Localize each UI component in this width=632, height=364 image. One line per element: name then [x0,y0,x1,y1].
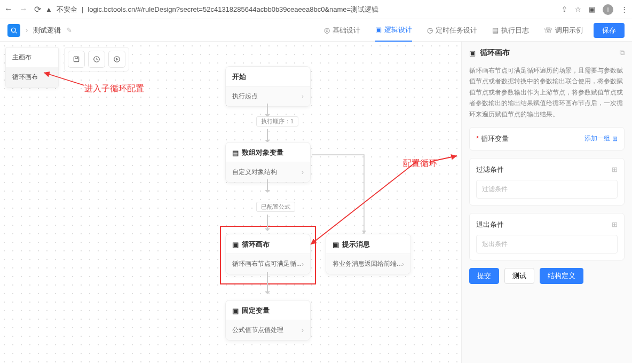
chevron-right-icon: › [302,327,304,334]
expand-icon[interactable]: ⊞ [612,165,618,173]
history-tool-icon[interactable] [88,51,105,68]
tab-logic[interactable]: ▣逻辑设计 [375,19,412,42]
loop-icon: ▣ [232,241,239,249]
edge-branch [311,154,375,239]
browser-bar: ← → ⟳ ▲ 不安全 | logic.bctools.cn/#/ruleDes… [0,0,632,19]
layer-main[interactable]: 主画布 [6,48,58,67]
button-row: 提交 测试 结构定义 [469,268,625,284]
annotation-enter-child: 进入子循环配置 [84,83,144,94]
tab-demo[interactable]: ☏调用示例 [544,19,583,42]
chevron-right-icon: › [302,93,304,100]
exit-input[interactable]: 退出条件 [476,235,618,254]
submit-button[interactable]: 提交 [469,268,499,284]
edit-icon[interactable]: ✎ [66,26,72,34]
main: 主画布 循环画布 开始 执行起点› 执行顺序：1 ▤数组对象变量 自定义对象结构… [0,42,632,363]
node-start[interactable]: 开始 执行起点› [225,66,311,107]
exit-label: 退出条件 [476,220,504,230]
tab-cron[interactable]: ◷定时任务设计 [427,19,477,42]
chevron-right-icon: › [402,260,404,268]
layer-panel: 主画布 循环画布 [5,47,59,88]
node-array[interactable]: ▤数组对象变量 自定义对象结构› [225,142,311,183]
svg-line-6 [430,156,457,162]
forward-button[interactable]: → [19,4,28,14]
message-icon: ▣ [333,241,339,249]
canvas[interactable]: 主画布 循环画布 开始 执行起点› 执行顺序：1 ▤数组对象变量 自定义对象结构… [0,42,461,363]
test-button[interactable]: 测试 [504,268,534,284]
filter-input[interactable]: 过滤条件 [476,180,618,199]
var-icon: ▣ [232,307,239,315]
phone-icon: ☏ [544,26,552,34]
nav-arrows: ← → ⟳ [4,4,41,14]
formula-tag: 已配置公式 [256,202,295,212]
svg-line-5 [311,162,416,244]
insecure-label: 不安全 [57,5,77,14]
tool-panel [64,47,129,72]
copy-icon[interactable]: ⧉ [620,49,625,57]
order-tag: 执行顺序：1 [256,116,298,126]
struct-button[interactable]: 结构定义 [540,268,583,284]
side-title: 循环画布 [480,48,510,58]
filter-card: 过滤条件 ⊞ 过滤条件 [469,158,625,205]
svg-point-3 [114,57,120,62]
browser-right-icons: ⇪ ☆ ▣ I ⋮ [562,4,628,15]
node-body-text: 执行起点 [232,92,258,101]
chevron-right-icon: › [302,260,304,268]
add-group-link[interactable]: 添加一组⊞ [584,134,618,143]
chevron-right-icon: › [302,169,304,176]
node-fixed[interactable]: ▣固定变量 公式值节点值处理› [225,300,311,341]
back-button[interactable]: ← [4,4,13,14]
clock-icon: ◷ [427,26,433,34]
filter-label: 过滤条件 [476,165,504,175]
side-desc: 循环画布节点可满足循环遍历的场景，且需要与参数赋值节点或者数据转换中的参数输出联… [469,65,625,120]
star-icon[interactable]: ☆ [575,5,581,13]
svg-rect-1 [74,57,78,61]
url-text: logic.bctools.cn/#/ruleDesign?secret=52c… [88,5,378,14]
tab-basic[interactable]: ◎基础设计 [324,19,360,42]
doc-icon: ▤ [492,26,499,34]
breadcrumb-name[interactable]: 测试逻辑 [33,26,61,35]
save-button[interactable]: 保存 [594,23,625,38]
breadcrumb-sep: › [26,26,28,34]
layer-loop[interactable]: 循环画布 [6,67,58,87]
list-icon: ▤ [232,149,239,157]
insecure-icon: ▲ [45,5,52,13]
layout-icon: ▣ [375,26,382,34]
app-logo[interactable] [7,24,20,37]
circle-icon: ◎ [324,26,330,34]
stop-icon[interactable]: ▣ [589,5,595,13]
reload-button[interactable]: ⟳ [34,4,41,14]
annotation-config-loop: 配置循环 [403,158,437,169]
play-tool-icon[interactable] [108,51,125,68]
tabs: ◎基础设计 ▣逻辑设计 ◷定时任务设计 ▤执行日志 ☏调用示例 [324,19,583,42]
share-icon[interactable]: ⇪ [562,5,567,13]
top-bar: › 测试逻辑 ✎ ◎基础设计 ▣逻辑设计 ◷定时任务设计 ▤执行日志 ☏调用示例… [0,19,632,42]
panel-icon: ▣ [469,49,476,57]
avatar[interactable]: I [603,4,613,15]
node-toast[interactable]: ▣提示消息 将业务消息返回给前端...› [326,234,411,274]
expand-icon[interactable]: ⊞ [612,220,618,228]
plus-icon: ⊞ [612,135,618,143]
save-tool-icon[interactable] [68,51,85,68]
loop-var-label: 循环变量 [476,134,509,144]
exit-card: 退出条件 ⊞ 退出条件 [469,213,625,260]
tab-log[interactable]: ▤执行日志 [492,19,529,42]
kebab-icon[interactable]: ⋮ [621,5,628,13]
node-loop[interactable]: ▣循环画布 循环画布节点可满足循...› [225,234,311,274]
svg-point-0 [11,28,15,32]
url-bar[interactable]: ▲ 不安全 | logic.bctools.cn/#/ruleDesign?se… [45,5,557,14]
side-panel: ▣ 循环画布 ⧉ 循环画布节点可满足循环遍历的场景，且需要与参数赋值节点或者数据… [461,42,632,363]
loop-var-card: 循环变量 添加一组⊞ [469,127,625,151]
node-title: 开始 [226,72,310,86]
